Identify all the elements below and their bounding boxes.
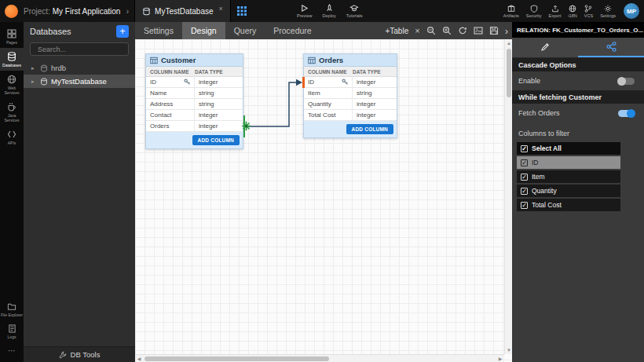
column-row-orders[interactable]: Ordersinteger xyxy=(146,121,243,132)
db-tools-button[interactable]: DB Tools xyxy=(24,346,135,362)
refresh-icon[interactable] xyxy=(458,26,467,35)
chevron-collapsed-icon[interactable]: ▸ xyxy=(31,79,37,85)
open-document-tab[interactable]: MyTestDatabase × xyxy=(134,0,231,22)
deploy-button[interactable]: Deploy xyxy=(323,4,336,18)
databases-panel: Databases + ▸ hrdb ▸ MyTestDatabase DB T… xyxy=(24,22,135,362)
column-row-name[interactable]: Namestring xyxy=(146,88,243,99)
columns-filter-list: ✓Select All✓ID✓Item✓Quantity✓Total Cost xyxy=(517,142,620,211)
add-database-button[interactable]: + xyxy=(116,25,129,38)
er-table-customer[interactable]: Customer COLUMN NAME DATA TYPE IDinteger… xyxy=(145,53,243,149)
filter-column-item[interactable]: ✓Item xyxy=(517,170,620,183)
sidebar-item-databases[interactable]: Databases xyxy=(0,48,24,71)
fetch-orders-toggle[interactable] xyxy=(618,110,635,117)
chevron-collapsed-icon[interactable]: ▸ xyxy=(31,65,37,71)
save-icon[interactable] xyxy=(489,26,499,35)
user-avatar[interactable]: MP xyxy=(624,3,639,19)
export-button[interactable]: Export xyxy=(549,5,562,18)
design-workarea: Settings Design Query Procedure +Table ×… xyxy=(135,22,512,362)
chevron-right-icon[interactable]: › xyxy=(126,6,129,16)
column-name: Address xyxy=(150,101,173,108)
scroll-up-arrow[interactable]: ▲ xyxy=(505,39,512,47)
export-image-icon[interactable] xyxy=(474,26,483,35)
tree-item-mytestdatabase[interactable]: ▸ MyTestDatabase xyxy=(24,75,135,88)
vertical-scrollbar[interactable]: ▲ ▼ xyxy=(504,39,512,354)
vcs-button[interactable]: VCS xyxy=(584,5,593,18)
table-rows: IDintegerItemstringQuantityintegerTotal … xyxy=(304,77,397,121)
search-input[interactable] xyxy=(38,46,130,53)
artifacts-icon xyxy=(507,5,515,13)
relation-connector-icon[interactable] xyxy=(241,121,251,131)
er-diagram-canvas[interactable]: Customer COLUMN NAME DATA TYPE IDinteger… xyxy=(135,39,512,362)
sidebar-item-java-services[interactable]: Java Services xyxy=(0,98,24,126)
column-name: ID xyxy=(150,79,156,86)
zoom-out-icon[interactable] xyxy=(426,26,436,35)
databases-panel-title: Databases xyxy=(30,27,71,36)
sidebar-item-file-explorer[interactable]: File Explorer xyxy=(0,298,24,320)
expand-panel-icon[interactable]: › xyxy=(505,26,508,36)
scroll-down-arrow[interactable]: ▼ xyxy=(505,346,512,354)
apps-grid-icon[interactable] xyxy=(237,6,247,16)
sidebar-item-logs[interactable]: Logs xyxy=(0,320,24,342)
tab-query[interactable]: Query xyxy=(225,22,265,39)
table-icon xyxy=(150,57,158,64)
close-icon[interactable]: × xyxy=(415,27,419,35)
column-row-total-cost[interactable]: Total Costinteger xyxy=(304,110,397,121)
table-name: Orders xyxy=(319,56,343,64)
column-row-quantity[interactable]: Quantityinteger xyxy=(304,99,397,110)
column-row-contact[interactable]: Contactinteger xyxy=(146,110,243,121)
add-table-button[interactable]: +Table xyxy=(385,27,408,35)
horizontal-scroll-thumb[interactable] xyxy=(145,357,329,361)
er-table-orders[interactable]: Orders COLUMN NAME DATA TYPE IDintegerIt… xyxy=(303,53,397,138)
add-column-button[interactable]: ADD COLUMN xyxy=(346,124,393,134)
database-icon xyxy=(40,64,48,72)
column-type: integer xyxy=(195,79,218,86)
i18n-button[interactable]: i18N xyxy=(569,5,577,18)
tab-relation-options[interactable] xyxy=(578,38,644,57)
settings-button[interactable]: Settings xyxy=(600,5,616,18)
file-explorer-icon xyxy=(7,302,16,311)
tab-edit-relation[interactable] xyxy=(512,38,578,57)
sidebar-item-apis[interactable]: APIs xyxy=(0,126,24,148)
column-row-id[interactable]: IDinteger xyxy=(304,77,397,88)
preview-button[interactable]: Preview xyxy=(297,4,313,18)
tab-design[interactable]: Design xyxy=(182,22,225,39)
filter-column-total-cost[interactable]: ✓Total Cost xyxy=(517,199,620,211)
security-button[interactable]: Security xyxy=(526,5,542,18)
sidebar-item-web-services[interactable]: Web Services xyxy=(0,71,24,98)
enable-toggle[interactable] xyxy=(618,78,635,85)
column-type: integer xyxy=(353,112,375,119)
checkbox[interactable]: ✓ xyxy=(521,145,528,152)
column-row-address[interactable]: Addressstring xyxy=(146,99,243,110)
artifacts-button[interactable]: Artifacts xyxy=(503,5,519,18)
tab-procedure[interactable]: Procedure xyxy=(265,22,320,39)
filter-column-id[interactable]: ✓ID xyxy=(517,156,620,169)
scroll-left-arrow[interactable]: ◀ xyxy=(135,355,143,362)
sidebar-more-button[interactable]: ⋯ xyxy=(0,342,24,362)
filter-column-select-all[interactable]: ✓Select All xyxy=(517,142,620,155)
tree-item-hrdb[interactable]: ▸ hrdb xyxy=(24,61,135,75)
scroll-right-arrow[interactable]: ▶ xyxy=(496,355,504,362)
filter-column-quantity[interactable]: ✓Quantity xyxy=(517,185,620,197)
add-column-button[interactable]: ADD COLUMN xyxy=(192,135,240,145)
relation-panel-tabs xyxy=(512,38,644,58)
checkbox[interactable]: ✓ xyxy=(521,159,528,166)
horizontal-scrollbar[interactable]: ◀ ▶ xyxy=(135,354,504,362)
tutorials-button[interactable]: Tutorials xyxy=(346,4,363,18)
zoom-in-icon[interactable] xyxy=(442,26,452,35)
column-row-id[interactable]: IDinteger xyxy=(146,77,243,88)
checkbox[interactable]: ✓ xyxy=(521,174,528,181)
sidebar-item-pages[interactable]: Pages xyxy=(0,25,24,48)
table-header[interactable]: Customer xyxy=(146,54,243,67)
wavemaker-logo-icon[interactable] xyxy=(5,5,18,18)
tab-settings[interactable]: Settings xyxy=(135,22,182,39)
checkbox[interactable]: ✓ xyxy=(521,188,528,195)
column-row-item[interactable]: Itemstring xyxy=(304,88,397,99)
column-type: integer xyxy=(195,112,218,119)
vertical-scroll-thumb[interactable] xyxy=(507,49,511,97)
design-tab-bar: Settings Design Query Procedure +Table ×… xyxy=(135,22,512,39)
database-search[interactable] xyxy=(30,42,129,56)
table-header[interactable]: Orders xyxy=(304,54,397,67)
checkbox[interactable]: ✓ xyxy=(521,202,528,209)
tab-title: MyTestDatabase xyxy=(155,7,213,16)
close-tab-icon[interactable]: × xyxy=(219,5,223,13)
